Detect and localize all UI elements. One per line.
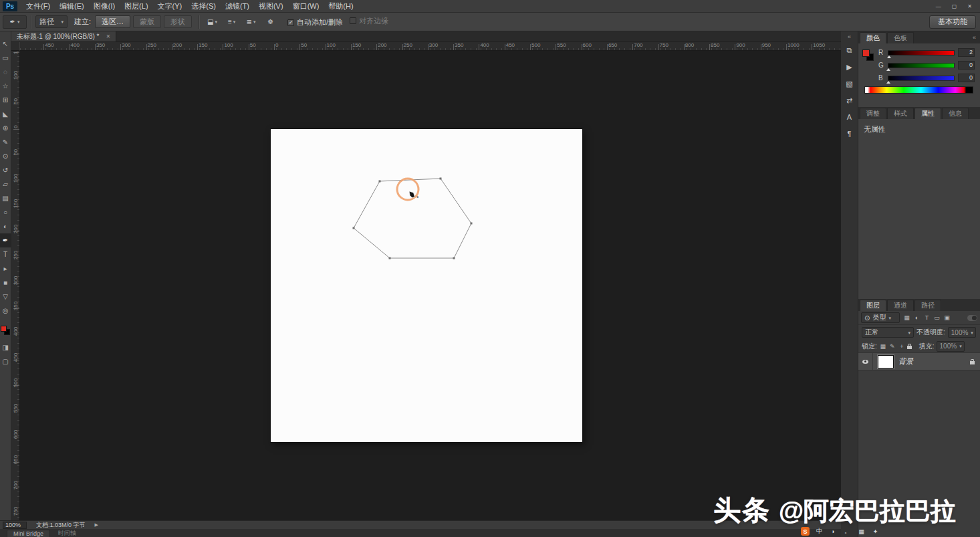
layer-thumbnail[interactable] — [878, 355, 894, 368]
bottom-tab[interactable]: 时间轴 — [58, 529, 76, 537]
make-button[interactable]: 蒙版 — [133, 15, 161, 28]
eyedropper-tool[interactable]: ◣ — [0, 107, 11, 121]
dodge-tool[interactable]: ◐ — [0, 219, 11, 233]
filter-smart-objects-icon[interactable]: ▣ — [942, 313, 952, 323]
ruler-origin-corner[interactable] — [11, 42, 20, 51]
menu-item[interactable]: 图层(L) — [120, 0, 152, 13]
pen-tool[interactable]: ✒ — [0, 233, 11, 247]
anchor-point[interactable] — [389, 257, 391, 259]
visibility-toggle[interactable] — [858, 353, 873, 370]
tool-preset-button[interactable]: ✒ ▾ — [3, 15, 27, 29]
quick-selection-tool[interactable]: ☆ — [0, 79, 11, 93]
panel-tab[interactable]: 信息 — [942, 108, 969, 119]
workspace-button[interactable]: 基本功能 — [929, 15, 976, 29]
b-slider-track[interactable] — [888, 76, 955, 81]
slider-value-input[interactable]: 0 — [958, 74, 975, 82]
panel-tab[interactable]: 路径 — [914, 300, 941, 311]
anchor-point[interactable] — [471, 223, 473, 225]
close-button[interactable]: ✕ — [967, 3, 972, 9]
collapse-panels-icon[interactable]: « — [973, 34, 976, 41]
option-checkbox[interactable]: 对齐边缘 — [343, 16, 388, 26]
zoom-level-input[interactable]: 100% — [3, 522, 27, 529]
character-panel-icon[interactable]: A — [843, 111, 856, 123]
panel-tab[interactable]: 色板 — [887, 32, 914, 43]
menu-item[interactable]: 编辑(E) — [55, 0, 89, 13]
menu-item[interactable]: 选择(S) — [187, 0, 221, 13]
fill-input[interactable]: 100% ▾ — [937, 341, 965, 352]
make-button[interactable]: 选区… — [95, 15, 130, 28]
rectangle-tool[interactable]: ■ — [0, 276, 11, 290]
vertical-ruler[interactable]: 1501005005010015020025030035040045050055… — [11, 51, 20, 520]
lock-transparent-icon[interactable]: ▦ — [879, 341, 887, 351]
slider-thumb[interactable] — [886, 81, 890, 84]
filter-pixel-layers-icon[interactable]: ▦ — [902, 313, 912, 323]
canvas-viewport[interactable]: * — [20, 51, 841, 520]
menu-item[interactable]: 窗口(W) — [288, 0, 324, 13]
clone-source-panel-icon[interactable]: ⇄ — [843, 94, 856, 106]
document-tab[interactable]: 未标题-1 @ 100%(RGB/8) * ✕ — [11, 31, 116, 41]
history-panel-icon[interactable]: ⧉ — [843, 44, 856, 56]
tool-mode-dropdown[interactable]: 路径 ▾ — [35, 15, 68, 28]
menu-item[interactable]: 视图(V) — [254, 0, 288, 13]
blur-tool[interactable]: ○ — [0, 205, 11, 219]
panel-color-swatches[interactable] — [862, 49, 874, 61]
actions-panel-icon[interactable]: ▶ — [843, 61, 856, 73]
panel-tab[interactable]: 调整 — [860, 108, 886, 119]
blend-mode-select[interactable]: 正常 ▾ — [862, 327, 914, 338]
layer-row[interactable]: 背景 — [858, 353, 980, 370]
status-options-arrow-icon[interactable]: ▶ — [95, 522, 98, 528]
gradient-tool[interactable]: ▤ — [0, 191, 11, 205]
panel-tab[interactable]: 通道 — [887, 300, 914, 311]
opacity-input[interactable]: 100% ▾ — [948, 327, 976, 338]
lock-paint-icon[interactable]: ✎ — [888, 341, 896, 351]
panel-tab[interactable]: 颜色 — [860, 32, 886, 43]
clone-stamp-tool[interactable]: ⊙ — [0, 149, 11, 163]
close-tab-icon[interactable]: ✕ — [106, 33, 111, 39]
foreground-color-swatch[interactable] — [862, 49, 870, 57]
crop-tool[interactable]: ⊞ — [0, 93, 11, 107]
path-selection-tool[interactable]: ▸ — [0, 261, 11, 276]
quick-mask[interactable]: ◨ — [0, 340, 11, 354]
filter-adjustment-layers-icon[interactable]: ◐ — [912, 313, 922, 323]
menu-item[interactable]: 图像(I) — [89, 0, 120, 13]
menu-item[interactable]: 滤镜(T) — [221, 0, 254, 13]
healing-brush-tool[interactable]: ⊕ — [0, 121, 11, 135]
slider-thumb[interactable] — [887, 56, 891, 58]
anchor-point[interactable] — [453, 257, 455, 259]
color-spectrum-ramp[interactable] — [864, 86, 973, 94]
menu-item[interactable]: 帮助(H) — [324, 0, 358, 13]
brush-tool[interactable]: ✎ — [0, 135, 11, 149]
slider-value-input[interactable]: 0 — [958, 61, 975, 70]
pen-options-button[interactable]: ☸ — [261, 15, 279, 28]
make-button[interactable]: 形状 — [164, 15, 192, 28]
eraser-tool[interactable]: ▱ — [0, 177, 11, 191]
r-slider-track[interactable] — [888, 50, 955, 56]
lasso-tool[interactable]: ◌ — [0, 65, 11, 79]
path-arrange-button[interactable]: ≣▾ — [242, 15, 260, 28]
path-alignment-button[interactable]: ≡▾ — [223, 15, 241, 28]
slider-thumb[interactable] — [886, 68, 890, 71]
rectangular-marquee-tool[interactable]: ▭ — [0, 51, 11, 65]
move-tool[interactable]: ↖ — [0, 37, 11, 51]
history-brush-tool[interactable]: ↺ — [0, 163, 11, 177]
panel-tab[interactable]: 样式 — [887, 108, 914, 119]
maximize-button[interactable]: ▢ — [952, 3, 957, 9]
foreground-color-swatch[interactable] — [1, 326, 7, 332]
filter-type-layers-icon[interactable]: T — [922, 313, 932, 323]
type-tool[interactable]: T — [0, 247, 11, 261]
menu-item[interactable]: 文字(Y) — [153, 0, 187, 13]
option-checkbox[interactable]: ✓自动添加/删除 — [281, 17, 343, 27]
slider-value-input[interactable]: 2 — [958, 48, 975, 57]
paragraph-panel-icon[interactable]: ¶ — [843, 128, 856, 140]
panel-tab[interactable]: 图层 — [860, 300, 886, 311]
layer-filter-dropdown[interactable]: ⊙ 类型 ▾ — [861, 312, 900, 323]
anchor-point[interactable] — [353, 227, 355, 229]
color-swatches[interactable] — [1, 326, 10, 335]
filter-toggle-switch[interactable] — [967, 315, 977, 321]
filter-shape-layers-icon[interactable]: ▭ — [932, 313, 942, 323]
brush-panel-icon[interactable]: ▧ — [843, 78, 856, 90]
menu-item[interactable]: 文件(F) — [21, 0, 55, 13]
panel-tab[interactable]: 属性 — [914, 108, 941, 119]
lock-position-icon[interactable]: + — [898, 341, 906, 351]
anchor-point[interactable] — [379, 181, 381, 183]
